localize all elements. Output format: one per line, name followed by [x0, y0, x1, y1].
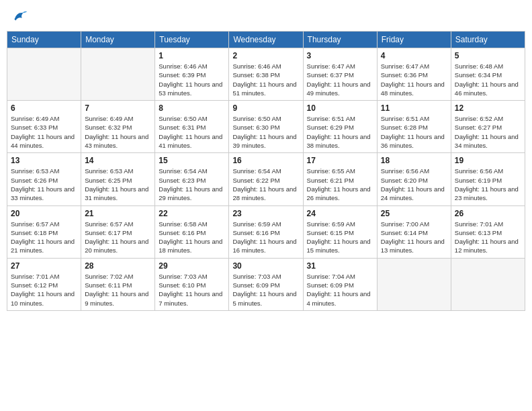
day-number: 31 — [307, 261, 373, 271]
calendar-day-cell: 12Sunrise: 6:52 AMSunset: 6:27 PMDayligh… — [451, 101, 525, 153]
day-number: 19 — [455, 156, 521, 165]
calendar-week-row: 27Sunrise: 7:01 AMSunset: 6:12 PMDayligh… — [7, 258, 525, 310]
day-info: Sunrise: 6:47 AMSunset: 6:37 PMDaylight:… — [307, 62, 373, 97]
day-info: Sunrise: 7:03 AMSunset: 6:10 PMDaylight:… — [159, 272, 225, 308]
day-number: 4 — [381, 51, 447, 60]
calendar-day-cell — [7, 48, 81, 101]
day-info: Sunrise: 6:48 AMSunset: 6:34 PMDaylight:… — [455, 62, 521, 97]
calendar-day-header: Thursday — [303, 32, 377, 48]
day-number: 9 — [232, 103, 299, 113]
day-info: Sunrise: 6:58 AMSunset: 6:16 PMDaylight:… — [159, 220, 225, 255]
day-number: 22 — [159, 209, 225, 218]
day-number: 17 — [307, 156, 373, 165]
day-info: Sunrise: 7:01 AMSunset: 6:12 PMDaylight:… — [11, 272, 77, 308]
calendar-day-header: Sunday — [7, 32, 81, 48]
logo — [9, 7, 31, 26]
calendar-day-header: Friday — [377, 32, 451, 48]
calendar-day-header: Monday — [81, 32, 155, 48]
day-number: 27 — [11, 261, 77, 271]
calendar-day-cell: 20Sunrise: 6:57 AMSunset: 6:18 PMDayligh… — [7, 205, 81, 258]
day-info: Sunrise: 6:49 AMSunset: 6:33 PMDaylight:… — [11, 114, 77, 150]
day-number: 13 — [11, 156, 77, 165]
day-info: Sunrise: 6:55 AMSunset: 6:21 PMDaylight:… — [307, 167, 373, 202]
day-number: 23 — [232, 209, 299, 218]
calendar-week-row: 6Sunrise: 6:49 AMSunset: 6:33 PMDaylight… — [7, 101, 525, 153]
day-number: 15 — [159, 156, 225, 165]
calendar-day-cell: 27Sunrise: 7:01 AMSunset: 6:12 PMDayligh… — [7, 258, 81, 310]
day-number: 10 — [307, 103, 373, 113]
calendar-day-cell: 18Sunrise: 6:56 AMSunset: 6:20 PMDayligh… — [377, 153, 451, 205]
day-number: 1 — [159, 51, 225, 60]
day-number: 5 — [455, 51, 521, 60]
calendar-day-cell: 8Sunrise: 6:50 AMSunset: 6:31 PMDaylight… — [155, 101, 229, 153]
day-info: Sunrise: 7:04 AMSunset: 6:09 PMDaylight:… — [307, 272, 373, 308]
calendar-day-cell: 1Sunrise: 6:46 AMSunset: 6:39 PMDaylight… — [155, 48, 229, 101]
calendar-day-cell: 11Sunrise: 6:51 AMSunset: 6:28 PMDayligh… — [377, 101, 451, 153]
day-info: Sunrise: 7:01 AMSunset: 6:13 PMDaylight:… — [455, 220, 521, 255]
day-info: Sunrise: 6:53 AMSunset: 6:25 PMDaylight:… — [85, 167, 151, 202]
day-number: 12 — [455, 103, 521, 113]
calendar-table: SundayMondayTuesdayWednesdayThursdayFrid… — [7, 31, 525, 311]
calendar-day-header: Saturday — [451, 32, 525, 48]
day-number: 28 — [85, 261, 151, 271]
day-number: 18 — [381, 156, 447, 165]
calendar-day-cell: 30Sunrise: 7:03 AMSunset: 6:09 PMDayligh… — [229, 258, 303, 310]
day-info: Sunrise: 6:56 AMSunset: 6:20 PMDaylight:… — [381, 167, 447, 202]
day-info: Sunrise: 6:57 AMSunset: 6:18 PMDaylight:… — [11, 220, 77, 255]
day-number: 21 — [85, 209, 151, 218]
day-info: Sunrise: 6:51 AMSunset: 6:29 PMDaylight:… — [307, 114, 373, 150]
day-number: 14 — [85, 156, 151, 165]
calendar-day-cell: 25Sunrise: 7:00 AMSunset: 6:14 PMDayligh… — [377, 205, 451, 258]
day-number: 16 — [232, 156, 299, 165]
calendar-day-cell: 9Sunrise: 6:50 AMSunset: 6:30 PMDaylight… — [229, 101, 303, 153]
day-number: 7 — [85, 103, 151, 113]
calendar-day-cell: 2Sunrise: 6:46 AMSunset: 6:38 PMDaylight… — [229, 48, 303, 101]
day-info: Sunrise: 6:46 AMSunset: 6:39 PMDaylight:… — [159, 62, 225, 97]
day-info: Sunrise: 6:56 AMSunset: 6:19 PMDaylight:… — [455, 167, 521, 202]
day-number: 11 — [381, 103, 447, 113]
day-info: Sunrise: 6:46 AMSunset: 6:38 PMDaylight:… — [232, 62, 299, 97]
day-info: Sunrise: 6:49 AMSunset: 6:32 PMDaylight:… — [85, 114, 151, 150]
day-number: 29 — [159, 261, 225, 271]
day-info: Sunrise: 7:03 AMSunset: 6:09 PMDaylight:… — [232, 272, 299, 308]
day-info: Sunrise: 6:54 AMSunset: 6:22 PMDaylight:… — [232, 167, 299, 202]
day-number: 24 — [307, 209, 373, 218]
calendar-day-cell: 15Sunrise: 6:54 AMSunset: 6:23 PMDayligh… — [155, 153, 229, 205]
calendar-week-row: 13Sunrise: 6:53 AMSunset: 6:26 PMDayligh… — [7, 153, 525, 205]
calendar-day-cell: 23Sunrise: 6:59 AMSunset: 6:16 PMDayligh… — [229, 205, 303, 258]
calendar-day-cell: 17Sunrise: 6:55 AMSunset: 6:21 PMDayligh… — [303, 153, 377, 205]
calendar-day-cell: 14Sunrise: 6:53 AMSunset: 6:25 PMDayligh… — [81, 153, 155, 205]
calendar-day-cell: 31Sunrise: 7:04 AMSunset: 6:09 PMDayligh… — [303, 258, 377, 310]
day-info: Sunrise: 6:51 AMSunset: 6:28 PMDaylight:… — [381, 114, 447, 150]
day-number: 26 — [455, 209, 521, 218]
day-info: Sunrise: 6:52 AMSunset: 6:27 PMDaylight:… — [455, 114, 521, 150]
calendar-day-cell: 3Sunrise: 6:47 AMSunset: 6:37 PMDaylight… — [303, 48, 377, 101]
day-info: Sunrise: 6:59 AMSunset: 6:16 PMDaylight:… — [232, 220, 299, 255]
calendar-day-cell: 5Sunrise: 6:48 AMSunset: 6:34 PMDaylight… — [451, 48, 525, 101]
calendar-day-cell: 6Sunrise: 6:49 AMSunset: 6:33 PMDaylight… — [7, 101, 81, 153]
calendar-day-cell: 7Sunrise: 6:49 AMSunset: 6:32 PMDaylight… — [81, 101, 155, 153]
day-info: Sunrise: 6:59 AMSunset: 6:15 PMDaylight:… — [307, 220, 373, 255]
calendar-day-cell: 16Sunrise: 6:54 AMSunset: 6:22 PMDayligh… — [229, 153, 303, 205]
calendar-day-cell: 4Sunrise: 6:47 AMSunset: 6:36 PMDaylight… — [377, 48, 451, 101]
calendar-day-cell: 22Sunrise: 6:58 AMSunset: 6:16 PMDayligh… — [155, 205, 229, 258]
calendar-day-header: Tuesday — [155, 32, 229, 48]
day-number: 8 — [159, 103, 225, 113]
day-info: Sunrise: 7:02 AMSunset: 6:11 PMDaylight:… — [85, 272, 151, 308]
day-info: Sunrise: 6:54 AMSunset: 6:23 PMDaylight:… — [159, 167, 225, 202]
calendar-day-cell: 29Sunrise: 7:03 AMSunset: 6:10 PMDayligh… — [155, 258, 229, 310]
page-header — [7, 7, 525, 26]
day-info: Sunrise: 6:53 AMSunset: 6:26 PMDaylight:… — [11, 167, 77, 202]
calendar-day-cell: 28Sunrise: 7:02 AMSunset: 6:11 PMDayligh… — [81, 258, 155, 310]
logo-bird-icon — [9, 7, 28, 26]
calendar-day-cell: 10Sunrise: 6:51 AMSunset: 6:29 PMDayligh… — [303, 101, 377, 153]
day-info: Sunrise: 6:50 AMSunset: 6:30 PMDaylight:… — [232, 114, 299, 150]
day-number: 20 — [11, 209, 77, 218]
day-info: Sunrise: 6:50 AMSunset: 6:31 PMDaylight:… — [159, 114, 225, 150]
calendar-day-cell: 26Sunrise: 7:01 AMSunset: 6:13 PMDayligh… — [451, 205, 525, 258]
calendar-header-row: SundayMondayTuesdayWednesdayThursdayFrid… — [7, 32, 525, 48]
day-number: 6 — [11, 103, 77, 113]
calendar-day-cell: 19Sunrise: 6:56 AMSunset: 6:19 PMDayligh… — [451, 153, 525, 205]
calendar-day-cell: 24Sunrise: 6:59 AMSunset: 6:15 PMDayligh… — [303, 205, 377, 258]
calendar-day-header: Wednesday — [229, 32, 303, 48]
